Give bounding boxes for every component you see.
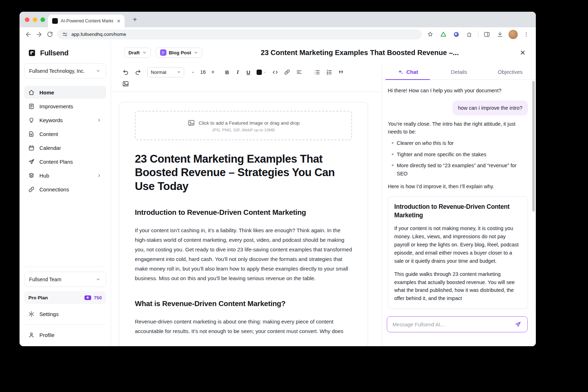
link-icon — [28, 186, 35, 193]
sidebar-item-content-plans[interactable]: Content Plans — [24, 155, 106, 168]
side-panel-icon[interactable] — [482, 30, 491, 39]
team-selector-value: Fullsend Team — [29, 277, 61, 282]
plan-credits: 750 — [84, 295, 102, 300]
chevron-down-icon — [263, 71, 266, 74]
sidebar-item-home[interactable]: Home — [24, 86, 106, 99]
ai-bullet: Clearer on who this is for — [390, 139, 528, 147]
dropzone-subtext: JPG, PNG, GIF, WebP up to 10MB — [212, 128, 275, 132]
tab-details[interactable]: Details — [433, 64, 484, 80]
chat-input[interactable] — [392, 322, 513, 327]
sidebar-nav: Home Improvements Keywords Conten — [24, 86, 106, 196]
text-color-button[interactable] — [257, 70, 266, 75]
team-selector[interactable]: Fullsend Team — [24, 272, 106, 287]
chat-scrollbar[interactable] — [532, 81, 535, 212]
paragraph-style-select[interactable]: Normal — [147, 67, 184, 77]
app-root: Fullsend Fullsend Technology, Inc. Home — [20, 41, 536, 346]
forward-icon[interactable] — [34, 29, 44, 40]
extension-triangle-icon[interactable] — [439, 30, 448, 39]
tab-close-icon[interactable]: ✕ — [116, 18, 121, 24]
browser-tab[interactable]: AI-Powered Content Marketin ✕ — [48, 15, 125, 27]
ai-message: You’re really close. The intro has the r… — [388, 120, 528, 136]
browser-menu-icon[interactable] — [522, 30, 531, 39]
editor-canvas[interactable]: Click to add a Featured Image or drag an… — [111, 92, 382, 346]
blockquote-icon[interactable] — [336, 67, 346, 77]
chat-messages[interactable]: Hi there! How can I help you with your d… — [382, 80, 532, 311]
sidebar-item-label: Calendar — [39, 145, 61, 151]
font-size-value: 16 — [198, 69, 208, 75]
browser-window: AI-Powered Content Marketin ✕ + app.full… — [20, 12, 536, 346]
insert-image-icon[interactable] — [120, 79, 131, 89]
chevron-right-icon — [95, 172, 103, 179]
bullet-list-icon[interactable] — [312, 67, 322, 77]
close-document-icon[interactable]: ✕ — [517, 47, 528, 58]
back-icon[interactable] — [23, 29, 34, 40]
doc-type-dropdown[interactable]: Blog Post — [156, 48, 202, 58]
bold-button[interactable]: B — [222, 67, 232, 77]
document-card[interactable]: Click to add a Featured Image or drag an… — [119, 102, 368, 346]
org-selector-value: Fullsend Technology, Inc. — [29, 68, 85, 74]
insert-link-icon[interactable] — [282, 67, 292, 77]
tab-objectives[interactable]: Objectives — [485, 64, 536, 80]
paragraph-style-value: Normal — [151, 70, 166, 75]
extension-globe-icon[interactable] — [452, 30, 461, 39]
minimize-window-button[interactable] — [33, 17, 37, 22]
chat-input-bar[interactable] — [387, 316, 528, 332]
send-icon[interactable] — [513, 320, 523, 330]
user-message-bubble: how can i improve the intro? — [452, 100, 528, 115]
sidebar-item-content[interactable]: Content — [24, 127, 106, 140]
redo-icon[interactable] — [132, 67, 143, 77]
url-bar[interactable]: app.fullsendhq.com/home — [57, 29, 422, 39]
sidebar-item-label: Connections — [39, 186, 69, 192]
editor-column: Normal - 16 + B I U — [111, 64, 382, 346]
sidebar-item-label: Improvements — [39, 103, 73, 109]
sidebar-item-improvements[interactable]: Improvements — [24, 100, 106, 113]
sidebar-item-profile[interactable]: Profile — [24, 328, 106, 341]
sidebar-item-hub[interactable]: Hub — [24, 169, 106, 182]
improvements-icon — [28, 103, 35, 110]
featured-image-dropzone[interactable]: Click to add a Featured Image or drag an… — [135, 111, 352, 140]
numbered-list-icon[interactable] — [324, 67, 334, 77]
close-window-button[interactable] — [25, 17, 29, 22]
document-h1: 23 Content Marketing Examples That Boost… — [135, 152, 352, 193]
fullsend-logo-icon — [27, 48, 37, 58]
sidebar-item-keywords[interactable]: Keywords — [24, 114, 106, 126]
tab-chat[interactable]: Chat — [382, 64, 433, 80]
font-size-increase-button[interactable]: + — [208, 67, 218, 77]
doc-title: 23 Content Marketing Examples That Boost… — [207, 49, 512, 57]
chrome-action-icons — [425, 30, 532, 39]
bookmark-star-icon[interactable] — [425, 30, 435, 39]
org-selector[interactable]: Fullsend Technology, Inc. — [24, 63, 106, 78]
browser-tabstrip: AI-Powered Content Marketin ✕ + — [20, 12, 536, 27]
plan-name: Pro Plan — [28, 295, 48, 300]
sidebar-item-settings[interactable]: Settings — [24, 307, 106, 320]
calendar-icon — [28, 144, 35, 151]
profile-avatar[interactable] — [509, 30, 518, 39]
underline-button[interactable]: U — [244, 67, 253, 77]
align-icon[interactable] — [294, 67, 304, 77]
sidebar-item-label: Profile — [39, 332, 55, 338]
tab-favicon-icon — [52, 18, 58, 24]
suggestion-paragraph: This guide walks through 23 content mark… — [394, 270, 522, 303]
chevron-down-icon — [94, 276, 101, 283]
extensions-puzzle-icon[interactable] — [465, 30, 474, 39]
plan-row[interactable]: Pro Plan 750 — [24, 291, 106, 304]
sidebar-item-connections[interactable]: Connections — [24, 183, 106, 196]
status-dropdown[interactable]: Draft — [124, 48, 151, 58]
sidebar: Fullsend Fullsend Technology, Inc. Home — [20, 41, 111, 346]
code-icon[interactable] — [270, 67, 280, 77]
zoom-window-button[interactable] — [40, 17, 45, 22]
sidebar-item-calendar[interactable]: Calendar — [24, 141, 106, 154]
image-placeholder-icon — [187, 119, 195, 127]
ai-bullet: Tighter and more specific on the stakes — [390, 151, 528, 158]
reload-icon[interactable] — [44, 29, 55, 40]
new-tab-button[interactable]: + — [131, 15, 139, 24]
site-info-icon[interactable] — [62, 32, 68, 37]
italic-button[interactable]: I — [233, 67, 242, 77]
tab-label: Objectives — [498, 69, 523, 75]
select-arrow-icon — [177, 70, 181, 74]
downloads-icon[interactable] — [495, 30, 505, 39]
undo-icon[interactable] — [120, 67, 131, 77]
font-size-decrease-button[interactable]: - — [188, 67, 198, 77]
suggestion-heading: Introduction to Revenue-Driven Content M… — [394, 203, 522, 219]
ai-bullet: More directly tied to “23 examples” and … — [390, 162, 528, 178]
